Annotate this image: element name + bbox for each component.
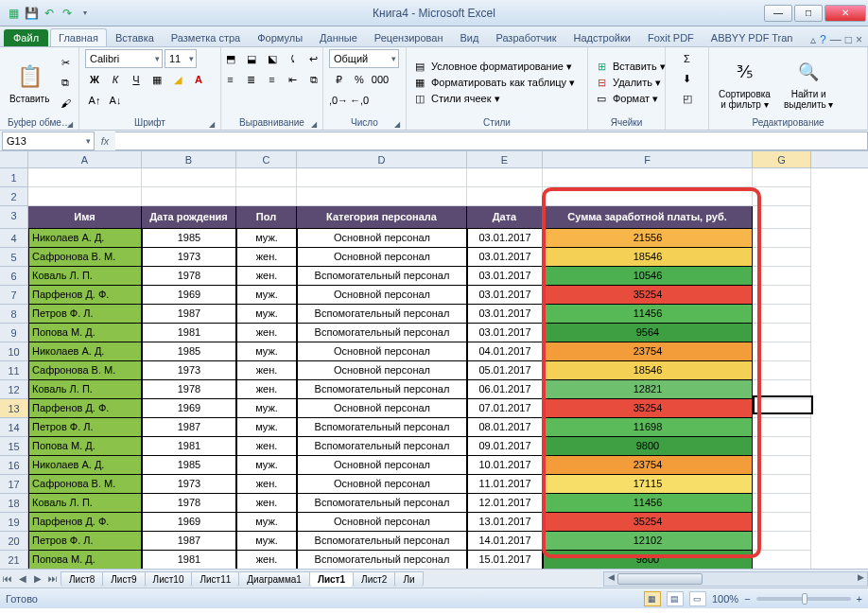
col-header-F[interactable]: F [543, 151, 753, 167]
cell-E5[interactable]: 03.01.2017 [467, 248, 543, 267]
cell-C10[interactable]: муж. [236, 342, 297, 361]
cell-D11[interactable]: Основной персонал [297, 361, 467, 380]
cell-B2[interactable] [142, 187, 236, 206]
cell-D20[interactable]: Вспомогательный персонал [297, 532, 467, 551]
cell-B11[interactable]: 1973 [142, 361, 236, 380]
cell-C4[interactable]: муж. [236, 229, 297, 248]
cell-B21[interactable]: 1981 [142, 551, 236, 569]
cell-G10[interactable] [753, 342, 811, 361]
fill-color-button[interactable]: ◢ [168, 70, 187, 89]
row-header-21[interactable]: 21 [0, 551, 27, 569]
select-all-corner[interactable] [0, 151, 28, 168]
cell-B7[interactable]: 1969 [142, 286, 236, 305]
percent-icon[interactable]: % [350, 70, 369, 89]
cell-C16[interactable]: муж. [236, 456, 297, 475]
cell-B20[interactable]: 1987 [142, 532, 236, 551]
cell-D2[interactable] [297, 187, 467, 206]
cell-E6[interactable]: 03.01.2017 [467, 267, 543, 286]
header-E[interactable]: Дата [467, 206, 543, 229]
cell-F15[interactable]: 9800 [543, 437, 753, 456]
align-top-icon[interactable]: ⬒ [221, 49, 240, 68]
cell-C2[interactable] [236, 187, 297, 206]
cell-C20[interactable]: муж. [236, 532, 297, 551]
cell-A5[interactable]: Сафронова В. М. [28, 248, 142, 267]
row-header-11[interactable]: 11 [0, 361, 27, 380]
zoom-out-button[interactable]: − [744, 593, 750, 605]
cell-F9[interactable]: 9564 [543, 324, 753, 342]
row-headers[interactable]: 123456789101112131415161718192021 [0, 168, 28, 569]
sheet-nav-last-icon[interactable]: ⏭ [45, 573, 61, 584]
file-tab[interactable]: Файл [4, 29, 48, 46]
cell-E9[interactable]: 03.01.2017 [467, 324, 543, 342]
cell-A12[interactable]: Коваль Л. П. [28, 380, 142, 399]
formula-input[interactable] [115, 132, 868, 150]
cell-A20[interactable]: Петров Ф. Л. [28, 532, 142, 551]
cell-B17[interactable]: 1973 [142, 475, 236, 494]
cell-A19[interactable]: Парфенов Д. Ф. [28, 513, 142, 532]
cell-A10[interactable]: Николаев А. Д. [28, 342, 142, 361]
ribbon-tab-4[interactable]: Данные [311, 28, 366, 46]
cell-G15[interactable] [753, 437, 811, 456]
cell-D8[interactable]: Вспомогательный персонал [297, 305, 467, 324]
increase-decimal-icon[interactable]: ,0→ [329, 91, 348, 110]
page-layout-view-button[interactable]: ▤ [667, 591, 684, 606]
merge-icon[interactable]: ⧉ [304, 70, 323, 89]
sheet-tab-Лист9[interactable]: Лист9 [102, 571, 145, 587]
cell-A1[interactable] [28, 168, 142, 187]
cell-A14[interactable]: Петров Ф. Л. [28, 418, 142, 437]
row-header-15[interactable]: 15 [0, 437, 27, 456]
cell-D1[interactable] [297, 168, 467, 187]
cell-B16[interactable]: 1985 [142, 456, 236, 475]
align-bottom-icon[interactable]: ⬕ [263, 49, 282, 68]
undo-icon[interactable]: ↶ [42, 6, 57, 21]
cell-D12[interactable]: Вспомогательный персонал [297, 380, 467, 399]
cell-G18[interactable] [753, 494, 811, 513]
cell-D18[interactable]: Вспомогательный персонал [297, 494, 467, 513]
cell-F5[interactable]: 18546 [543, 248, 753, 267]
decrease-indent-icon[interactable]: ⇤ [284, 70, 303, 89]
cell-G19[interactable] [753, 513, 811, 532]
cell-F8[interactable]: 11456 [543, 305, 753, 324]
save-icon[interactable]: 💾 [24, 6, 39, 21]
underline-button[interactable]: Ч [127, 70, 146, 89]
row-header-9[interactable]: 9 [0, 324, 27, 342]
cell-A4[interactable]: Николаев А. Д. [28, 229, 142, 248]
restore-doc-icon[interactable]: □ [845, 33, 852, 46]
header-C[interactable]: Пол [236, 206, 297, 229]
cell-D15[interactable]: Вспомогательный персонал [297, 437, 467, 456]
cell-G20[interactable] [753, 532, 811, 551]
cell-A9[interactable]: Попова М. Д. [28, 324, 142, 342]
cell-A2[interactable] [28, 187, 142, 206]
ribbon-tab-8[interactable]: Надстройки [565, 28, 639, 46]
cell-C14[interactable]: муж. [236, 418, 297, 437]
cell-G14[interactable] [753, 418, 811, 437]
border-button[interactable]: ▦ [148, 70, 166, 89]
format-as-table-button[interactable]: ▦Форматировать как таблицу ▾ [412, 76, 575, 91]
horizontal-scrollbar[interactable]: ◀▶ [603, 571, 868, 587]
orientation-icon[interactable]: ⤹ [284, 49, 303, 68]
fx-button[interactable]: fx [95, 135, 115, 147]
cell-D19[interactable]: Основной персонал [297, 513, 467, 532]
cell-C1[interactable] [236, 168, 297, 187]
cell-G13[interactable] [753, 399, 811, 418]
cell-E19[interactable]: 13.01.2017 [467, 513, 543, 532]
ribbon-tab-7[interactable]: Разработчик [487, 28, 564, 46]
cell-E7[interactable]: 03.01.2017 [467, 286, 543, 305]
cell-F11[interactable]: 18546 [543, 361, 753, 380]
cell-C5[interactable]: жен. [236, 248, 297, 267]
ribbon-tab-10[interactable]: ABBYY PDF Tran [703, 28, 802, 46]
cell-E1[interactable] [467, 168, 543, 187]
cell-F18[interactable]: 11456 [543, 494, 753, 513]
increase-font-icon[interactable]: A↑ [85, 91, 104, 110]
cell-A6[interactable]: Коваль Л. П. [28, 267, 142, 286]
row-header-3[interactable]: 3 [0, 206, 27, 229]
cell-D10[interactable]: Основной персонал [297, 342, 467, 361]
cell-E2[interactable] [467, 187, 543, 206]
font-color-button[interactable]: A [189, 70, 208, 89]
paste-button[interactable]: 📋 Вставить [6, 60, 53, 106]
ribbon-tab-2[interactable]: Разметка стра [163, 28, 249, 46]
insert-cells-button[interactable]: ⊞Вставить ▾ [594, 60, 666, 75]
number-format-combo[interactable]: Общий [329, 49, 399, 68]
sheet-nav-prev-icon[interactable]: ◀ [15, 573, 30, 584]
format-cells-button[interactable]: ▭Формат ▾ [594, 92, 666, 107]
